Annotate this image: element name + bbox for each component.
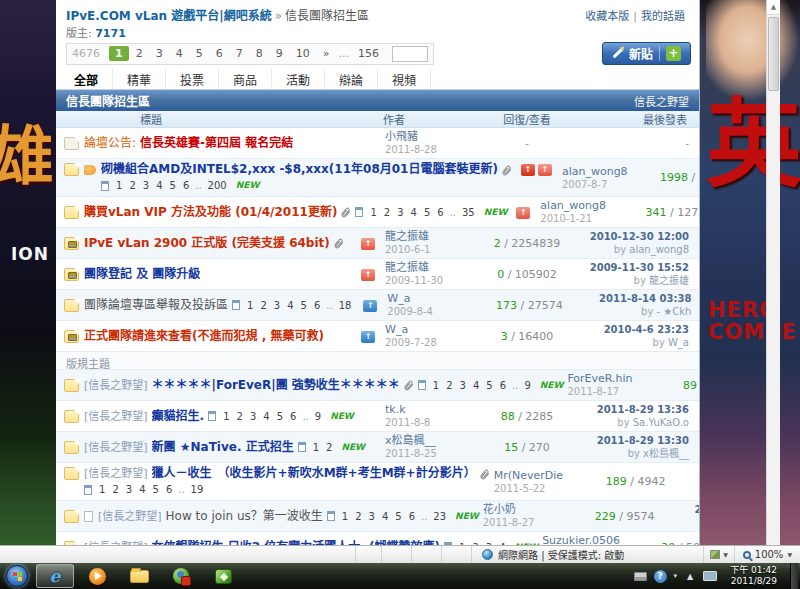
topic-page-link[interactable]: 3 xyxy=(271,298,283,313)
topic-page-link[interactable]: 1 xyxy=(367,205,379,220)
topic-title-link[interactable]: 獵人－收生 （收生影片+新吹水M群+考生M群+計分影片） xyxy=(152,466,476,481)
topic-page-link[interactable]: 2 xyxy=(352,509,364,524)
taskbar-media-player-button[interactable] xyxy=(78,564,116,588)
next-page-link[interactable]: » xyxy=(317,46,336,61)
topic-title-link[interactable]: 砌機組合AMD及INTEL$2,xxx -$8,xxx(11年08月01日電腦套… xyxy=(101,162,498,177)
topic-page-link[interactable]: 5 xyxy=(274,409,286,424)
author-link[interactable]: W_a xyxy=(385,323,408,336)
topic-page-link[interactable]: 5 xyxy=(392,509,404,524)
topic-page-link[interactable]: 3 xyxy=(247,409,259,424)
page-link[interactable]: 9 xyxy=(270,46,289,61)
taskbar-app-button[interactable] xyxy=(204,564,242,588)
topic-page-link[interactable]: 2 xyxy=(443,378,455,393)
keyboard-tray-icon[interactable] xyxy=(634,572,647,581)
topic-page-link[interactable]: 3 xyxy=(123,482,135,497)
topic-page-link[interactable]: 1 xyxy=(96,482,108,497)
help-tray-icon[interactable]: ? xyxy=(654,570,667,583)
page-link[interactable]: 2 xyxy=(130,46,149,61)
page-link[interactable]: 4 xyxy=(170,46,189,61)
author-link[interactable]: x松島楓__ xyxy=(385,434,436,447)
last-poster-link[interactable]: x松島楓__ xyxy=(643,448,689,459)
tab-4[interactable]: 商品 xyxy=(219,69,272,89)
protected-mode-button[interactable]: ▼ xyxy=(704,546,735,563)
topic-page-link[interactable]: 4 xyxy=(470,378,482,393)
favorite-forum-link[interactable]: 收藏本版 xyxy=(585,10,629,23)
topic-page-link[interactable]: 5 xyxy=(150,482,162,497)
topic-page-link[interactable]: 6 xyxy=(497,378,509,393)
topic-title-link[interactable]: 正式團隊請進來查看(不進而犯規 , 無藥可救) xyxy=(84,329,324,344)
hidden-icons-button[interactable]: ▲ xyxy=(684,572,696,581)
topic-page-link[interactable]: 2 xyxy=(234,409,246,424)
topic-title-link[interactable]: 癲貓招生. xyxy=(152,409,205,424)
author-link[interactable]: 龍之振雄 xyxy=(385,230,429,243)
page-link[interactable]: 10 xyxy=(290,46,316,61)
topic-page-link[interactable]: 6 xyxy=(180,178,192,193)
zoom-control[interactable]: 100% ▼ xyxy=(735,546,800,563)
topic-page-link[interactable]: 1 xyxy=(310,440,322,455)
author-link[interactable]: tk.k xyxy=(385,403,406,416)
start-button[interactable] xyxy=(6,565,28,587)
tab-3[interactable]: 投票 xyxy=(166,69,219,89)
topic-page-link[interactable]: 4 xyxy=(260,409,272,424)
topic-page-link[interactable]: 3 xyxy=(394,205,406,220)
topic-page-link[interactable]: 18 xyxy=(336,298,355,313)
tab-2[interactable]: 精華 xyxy=(113,69,166,89)
tab-7[interactable]: 視頻 xyxy=(378,69,431,89)
topic-page-link[interactable]: 5 xyxy=(421,205,433,220)
topic-page-link[interactable]: 2 xyxy=(109,482,121,497)
tab-5[interactable]: 活動 xyxy=(272,69,325,89)
topic-page-link[interactable]: 2 xyxy=(323,440,335,455)
topic-page-link[interactable]: 2 xyxy=(381,205,393,220)
topic-title-link[interactable]: 信長英雄賽-第四屆 報名完結 xyxy=(140,136,293,151)
new-post-button[interactable]: 新貼 + xyxy=(602,42,691,65)
topic-title-link[interactable]: 團隊論壇專區舉報及投訴區 xyxy=(84,298,228,313)
topic-page-link[interactable]: 35 xyxy=(459,205,478,220)
topic-title-link[interactable]: 購買vLan VIP 方法及功能 (01/4/2011更新) xyxy=(84,205,337,220)
page-link[interactable]: 6 xyxy=(210,46,229,61)
last-poster-link[interactable]: Sa.YuKaO.o xyxy=(633,417,689,428)
jump-page-input[interactable] xyxy=(392,46,428,62)
author-link[interactable]: alan_wong8 xyxy=(562,165,628,178)
last-poster-link[interactable]: W_a xyxy=(668,337,689,348)
topic-page-link[interactable]: 1 xyxy=(430,378,442,393)
last-poster-link[interactable]: alan_wong8 xyxy=(629,244,689,255)
author-link[interactable]: alan_wong8 xyxy=(540,199,606,212)
page-link[interactable]: 1 xyxy=(109,46,129,61)
page-link[interactable]: 3 xyxy=(150,46,169,61)
topic-title-link[interactable]: ＊＊＊＊＊|ForEveR|團 強勢收生＊＊＊＊＊ xyxy=(152,378,400,393)
new-post-plus-button[interactable]: + xyxy=(666,46,681,61)
taskbar-ie-button[interactable]: e xyxy=(36,564,74,588)
taskbar-clock[interactable]: 下午 01:42 2011/8/29 xyxy=(724,565,783,587)
topic-page-link[interactable]: 6 xyxy=(311,298,323,313)
author-link[interactable]: Suzukier.0506 xyxy=(542,534,620,545)
my-topics-link[interactable]: 我的話題 xyxy=(641,10,685,23)
topic-page-link[interactable]: 4 xyxy=(136,482,148,497)
network-tray-icon[interactable] xyxy=(703,571,717,581)
topic-page-link[interactable]: 6 xyxy=(434,205,446,220)
topic-page-link[interactable]: 4 xyxy=(379,509,391,524)
breadcrumb-site-link[interactable]: IPvE.COM vLan 遊戲平台|網吧系統 xyxy=(66,9,272,23)
scroll-up-button[interactable]: ▲ xyxy=(767,0,780,15)
topic-page-link[interactable]: 4 xyxy=(408,205,420,220)
topic-page-link[interactable]: 5 xyxy=(483,378,495,393)
moderator-link[interactable]: 7171 xyxy=(95,27,126,40)
page-link[interactable]: 7 xyxy=(230,46,249,61)
tab-6[interactable]: 辯論 xyxy=(325,69,378,89)
page-link[interactable]: 5 xyxy=(190,46,209,61)
author-link[interactable]: W_a xyxy=(387,292,410,305)
page-link[interactable]: 8 xyxy=(250,46,269,61)
topic-page-link[interactable]: 5 xyxy=(298,298,310,313)
topic-page-link[interactable]: 6 xyxy=(287,409,299,424)
topic-page-link[interactable]: 4 xyxy=(284,298,296,313)
author-link[interactable]: 小飛豬 xyxy=(385,130,418,143)
topic-title-link[interactable]: 團隊登記 及 團隊升級 xyxy=(84,267,200,282)
taskbar-explorer-button[interactable] xyxy=(120,564,158,588)
topic-page-link[interactable]: 2 xyxy=(257,298,269,313)
author-link[interactable]: 龍之振雄 xyxy=(385,261,429,274)
last-page-link[interactable]: 156 xyxy=(352,46,385,61)
topic-page-link[interactable]: 23 xyxy=(430,509,449,524)
topic-page-link[interactable]: 19 xyxy=(188,482,207,497)
topic-page-link[interactable]: 1 xyxy=(220,409,232,424)
topic-page-link[interactable]: 3 xyxy=(366,509,378,524)
topic-page-link[interactable]: 1 xyxy=(244,298,256,313)
